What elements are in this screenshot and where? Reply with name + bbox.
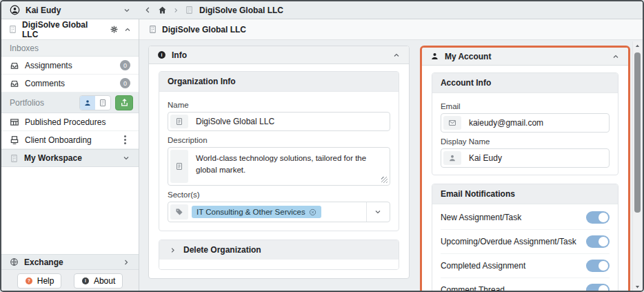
- sidebar-item-comments[interactable]: Comments 0: [1, 75, 139, 93]
- comments-label: Comments: [25, 79, 114, 88]
- sidebar-section-inboxes: Inboxes: [1, 40, 139, 57]
- account-column: My Account Account Info Email: [420, 46, 630, 292]
- sidebar-item-my-workspace[interactable]: My Workspace: [1, 149, 139, 167]
- about-label: About: [94, 276, 115, 286]
- add-portfolio-button[interactable]: [115, 95, 133, 110]
- toggle-row-new-assignment: New Assignment/Task: [441, 206, 610, 230]
- email-notifications-fieldset: Email Notifications New Assignment/Task …: [432, 184, 618, 292]
- chevron-right-icon: [122, 258, 130, 266]
- kebab-menu-icon[interactable]: [120, 134, 130, 146]
- sidebar-item-exchange[interactable]: Exchange: [1, 254, 139, 270]
- info-panel: i Info Organization Info Name: [148, 46, 410, 279]
- completed-assignment-toggle[interactable]: [586, 260, 610, 272]
- sidebar-item-published-procedures[interactable]: Published Procedures: [1, 113, 139, 131]
- svg-text:?: ?: [28, 278, 30, 283]
- portfolios-label: Portfolios: [10, 98, 75, 108]
- back-icon[interactable]: [143, 6, 152, 14]
- table-icon: [10, 117, 19, 127]
- info-panel-header[interactable]: i Info: [149, 46, 409, 64]
- my-account-highlight: My Account Account Info Email: [420, 46, 630, 292]
- toggle-label: New Assignment/Task: [441, 213, 521, 222]
- workstation-icon: [10, 135, 19, 145]
- help-button[interactable]: ? Help: [17, 273, 62, 289]
- my-account-header[interactable]: My Account: [422, 48, 628, 66]
- exchange-label: Exchange: [24, 257, 117, 267]
- remove-chip-icon[interactable]: [309, 208, 316, 216]
- user-name: Kai Eudy: [26, 6, 61, 15]
- toggle-row-comment-thread: Comment Thread: [441, 278, 610, 292]
- new-assignment-toggle[interactable]: [586, 211, 610, 224]
- document-icon: [170, 115, 188, 128]
- account-info-fieldset: Account Info Email kaieudy@gmail.com: [432, 72, 618, 175]
- export-icon: [120, 98, 129, 107]
- portfolio-people-view-button[interactable]: [80, 96, 95, 110]
- published-procedures-label: Published Procedures: [25, 117, 130, 127]
- sector-chip-label: IT Consulting & Other Services: [197, 208, 305, 216]
- envelope-icon: [443, 116, 461, 130]
- sidebar-org-header[interactable]: DigiSolve Global LLC: [1, 19, 139, 40]
- organization-icon: [8, 25, 17, 34]
- organization-info-fieldset: Organization Info Name DigiSolve Global …: [159, 71, 399, 231]
- svg-text:i: i: [161, 52, 163, 57]
- assignments-label: Assignments: [25, 61, 114, 70]
- content-area: i Info Organization Info Name: [139, 40, 643, 292]
- help-label: Help: [37, 276, 54, 286]
- user-menu[interactable]: Kai Eudy: [1, 1, 139, 19]
- top-bar: Kai Eudy DigiSolve Global LLC: [1, 1, 643, 19]
- breadcrumb-org-name[interactable]: DigiSolve Global LLC: [199, 6, 283, 15]
- my-account-title: My Account: [445, 52, 606, 61]
- help-icon: ?: [25, 277, 33, 285]
- delete-organization-header[interactable]: Delete Organization: [159, 240, 399, 260]
- workspace-icon: [10, 154, 19, 163]
- inboxes-label: Inboxes: [10, 43, 39, 53]
- home-icon[interactable]: [158, 6, 167, 14]
- sidebar-item-client-onboarding[interactable]: Client Onboarding: [1, 131, 139, 149]
- portfolio-org-view-button[interactable]: [95, 96, 110, 110]
- inbox-icon: [10, 79, 19, 88]
- vertical-scrollbar[interactable]: [632, 41, 641, 291]
- toggle-label: Upcoming/Overdue Assignment/Task: [441, 237, 576, 246]
- chevron-right-icon: [169, 246, 177, 254]
- org-name-input[interactable]: DigiSolve Global LLC: [168, 112, 390, 131]
- email-notifications-title: Email Notifications: [432, 184, 618, 204]
- organization-info-title: Organization Info: [159, 72, 399, 92]
- delete-organization-body: [159, 260, 399, 269]
- scrollbar-thumb[interactable]: [634, 52, 641, 213]
- page-title: DigiSolve Global LLC: [162, 25, 246, 35]
- resize-handle[interactable]: [381, 177, 388, 183]
- email-input[interactable]: kaieudy@gmail.com: [441, 113, 610, 133]
- description-label: Description: [168, 136, 390, 144]
- organization-icon: [185, 6, 194, 14]
- sidebar: DigiSolve Global LLC Inboxes Assignments…: [1, 19, 139, 292]
- delete-organization-expander: Delete Organization: [159, 240, 399, 270]
- sectors-input[interactable]: IT Consulting & Other Services: [168, 202, 390, 222]
- chevron-down-icon: [123, 6, 131, 14]
- sidebar-item-assignments[interactable]: Assignments 0: [1, 57, 139, 75]
- chevron-right-icon: [172, 7, 179, 14]
- globe-icon: [10, 257, 19, 266]
- sidebar-org-name: DigiSolve Global LLC: [22, 20, 105, 39]
- display-name-value: Kai Eudy: [463, 149, 507, 167]
- svg-text:i: i: [85, 278, 86, 283]
- scroll-up-arrow[interactable]: [633, 41, 641, 50]
- scroll-down-arrow[interactable]: [633, 282, 641, 291]
- email-value: kaieudy@gmail.com: [463, 114, 549, 132]
- org-name-value: DigiSolve Global LLC: [190, 113, 280, 130]
- account-info-title: Account Info: [432, 73, 618, 93]
- upcoming-overdue-toggle[interactable]: [586, 235, 610, 248]
- person-icon: [443, 151, 461, 165]
- app-window: Kai Eudy DigiSolve Global LLC: [0, 0, 644, 292]
- info-panel-title: Info: [172, 50, 387, 60]
- sectors-dropdown-button[interactable]: [366, 202, 390, 222]
- collapse-chevron-up-icon[interactable]: [123, 26, 132, 34]
- display-name-input[interactable]: Kai Eudy: [441, 148, 610, 168]
- toggle-label: Completed Assignment: [441, 261, 525, 271]
- page-title-bar: DigiSolve Global LLC: [139, 19, 643, 40]
- settings-gear-icon[interactable]: [110, 25, 119, 34]
- client-onboarding-label: Client Onboarding: [25, 135, 114, 145]
- org-description-textarea[interactable]: World-class technology solutions, tailor…: [168, 147, 390, 186]
- chevron-down-icon: [122, 154, 130, 162]
- comment-thread-toggle[interactable]: [586, 284, 610, 292]
- sidebar-footer: ? Help i About: [1, 270, 139, 292]
- about-button[interactable]: i About: [74, 273, 123, 289]
